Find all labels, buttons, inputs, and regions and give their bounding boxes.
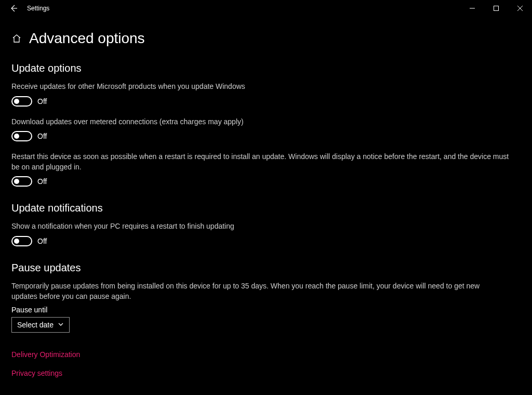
link-delivery-optimization[interactable]: Delivery Optimization xyxy=(11,350,80,359)
svg-rect-0 xyxy=(494,6,499,11)
back-button[interactable] xyxy=(9,4,18,12)
section-update-options-title: Update options xyxy=(11,62,521,74)
setting-restart-notify-label: Show a notification when your PC require… xyxy=(11,221,515,232)
minimize-button[interactable] xyxy=(460,0,484,17)
toggle-metered[interactable] xyxy=(11,131,32,141)
pause-until-label: Pause until xyxy=(11,306,521,314)
setting-metered-label: Download updates over metered connection… xyxy=(11,117,515,127)
link-privacy-settings[interactable]: Privacy settings xyxy=(11,369,62,377)
toggle-restart-notify-state: Off xyxy=(37,237,47,245)
section-notifications-title: Update notifications xyxy=(11,202,521,214)
close-button[interactable] xyxy=(508,0,532,17)
setting-restart-label: Restart this device as soon as possible … xyxy=(11,152,515,172)
pause-description: Temporarily pause updates from being ins… xyxy=(11,281,489,301)
pause-until-value: Select date xyxy=(17,321,54,329)
toggle-metered-state: Off xyxy=(37,132,47,140)
toggle-restart-state: Off xyxy=(37,177,47,186)
pause-until-select[interactable]: Select date xyxy=(11,317,70,333)
toggle-restart-notify[interactable] xyxy=(11,236,32,246)
setting-other-products-label: Receive updates for other Microsoft prod… xyxy=(11,82,515,92)
home-icon[interactable] xyxy=(11,33,22,44)
toggle-other-products[interactable] xyxy=(11,96,32,107)
section-pause-title: Pause updates xyxy=(11,262,521,274)
toggle-restart[interactable] xyxy=(11,176,32,187)
chevron-down-icon xyxy=(58,321,64,329)
titlebar: Settings xyxy=(0,0,532,17)
toggle-other-products-state: Off xyxy=(37,97,47,106)
page-title: Advanced options xyxy=(29,30,145,47)
window-title: Settings xyxy=(27,5,49,12)
maximize-button[interactable] xyxy=(484,0,508,17)
